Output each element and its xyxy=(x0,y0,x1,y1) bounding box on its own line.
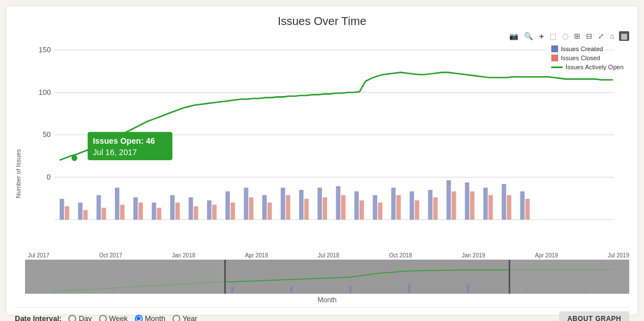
legend-item-created: Issues Created xyxy=(551,45,624,52)
radio-day[interactable]: Day xyxy=(68,314,92,321)
svg-rect-73 xyxy=(408,284,410,293)
radio-week[interactable]: Week xyxy=(99,314,128,321)
legend-item-closed: Issues Closed xyxy=(551,55,624,61)
minimap-container[interactable] xyxy=(25,260,629,294)
svg-rect-72 xyxy=(349,286,352,293)
radio-year[interactable]: Year xyxy=(172,314,197,321)
svg-rect-55 xyxy=(484,187,488,219)
legend-box-created xyxy=(551,45,558,52)
svg-rect-12 xyxy=(83,210,88,220)
svg-rect-25 xyxy=(207,201,212,220)
legend-item-open: Issues Actively Open xyxy=(551,64,624,70)
svg-rect-17 xyxy=(133,197,138,219)
svg-rect-30 xyxy=(249,197,254,219)
svg-rect-11 xyxy=(78,203,82,220)
svg-rect-21 xyxy=(170,195,175,219)
x-tick-2: Oct 2017 xyxy=(99,252,122,259)
radio-week-circle xyxy=(99,315,107,321)
svg-rect-34 xyxy=(286,195,290,219)
minimap-left-handle[interactable] xyxy=(224,260,226,294)
svg-rect-59 xyxy=(520,191,525,220)
svg-rect-44 xyxy=(378,203,382,220)
svg-rect-38 xyxy=(323,197,327,219)
camera-icon[interactable]: 📷 xyxy=(508,31,519,41)
zoom-in-icon[interactable]: ⊞ xyxy=(573,31,581,41)
main-container: Issues Over Time 📷 🔍 + ⬚ ◌ ⊞ ⊟ ⤢ ⌂ ▦ Num… xyxy=(6,6,638,315)
svg-rect-49 xyxy=(428,190,432,219)
svg-rect-47 xyxy=(410,191,414,220)
x-tick-1: Jul 2017 xyxy=(28,252,49,259)
zoom-out-icon[interactable]: ⊟ xyxy=(585,31,593,41)
x-tick-6: Oct 2018 xyxy=(389,252,412,259)
chart-title: Issues Over Time xyxy=(15,12,629,28)
chart-area: Number of Issues Issues Created Issues C… xyxy=(15,43,629,305)
svg-text:0: 0 xyxy=(47,173,51,181)
svg-rect-13 xyxy=(97,195,101,219)
svg-rect-43 xyxy=(373,195,377,219)
x-tick-8: Apr 2019 xyxy=(535,252,558,259)
about-graph-button[interactable]: ABOUT GRAPH xyxy=(559,311,629,321)
legend-label-open: Issues Actively Open xyxy=(565,64,624,70)
svg-rect-40 xyxy=(341,195,346,219)
minimap-left-overlay xyxy=(25,260,224,294)
svg-rect-50 xyxy=(433,197,437,219)
svg-rect-32 xyxy=(267,203,272,220)
svg-rect-33 xyxy=(280,187,285,219)
svg-rect-71 xyxy=(290,286,292,293)
fullscreen-icon[interactable]: ⤢ xyxy=(597,31,605,41)
svg-rect-28 xyxy=(230,203,235,220)
svg-rect-42 xyxy=(360,201,364,220)
svg-rect-9 xyxy=(60,199,64,220)
svg-rect-36 xyxy=(304,199,309,220)
radio-year-circle xyxy=(172,315,180,321)
x-tick-7: Jan 2019 xyxy=(462,252,485,259)
x-tick-5: Jul 2018 xyxy=(318,252,340,259)
svg-rect-15 xyxy=(115,187,119,219)
svg-rect-20 xyxy=(157,208,162,220)
legend-line-open xyxy=(551,66,563,68)
date-interval: Date Interval: Day Week Month Year xyxy=(15,314,197,321)
bar-chart-icon[interactable]: ▦ xyxy=(619,31,629,41)
svg-rect-19 xyxy=(152,203,156,220)
svg-rect-37 xyxy=(317,187,322,219)
svg-rect-45 xyxy=(391,187,396,219)
svg-rect-53 xyxy=(465,182,469,219)
x-axis-main-label: Month xyxy=(25,295,629,305)
lasso-icon[interactable]: ◌ xyxy=(561,31,569,41)
svg-rect-24 xyxy=(194,206,199,220)
home-icon[interactable]: ⌂ xyxy=(609,31,616,41)
plus-icon[interactable]: + xyxy=(538,31,545,41)
svg-rect-54 xyxy=(470,191,474,220)
svg-text:Issues Open: 46: Issues Open: 46 xyxy=(93,136,155,145)
svg-rect-56 xyxy=(489,195,493,219)
svg-rect-39 xyxy=(336,186,341,220)
svg-rect-51 xyxy=(447,180,451,219)
minimap-right-handle[interactable] xyxy=(509,260,510,294)
box-select-icon[interactable]: ⬚ xyxy=(548,31,558,41)
svg-rect-35 xyxy=(299,190,304,219)
radio-day-label: Day xyxy=(79,314,92,321)
legend-box-closed xyxy=(551,55,558,61)
plot-area[interactable]: 150 100 50 0 xyxy=(25,43,629,251)
radio-month-label: Month xyxy=(145,314,166,321)
date-interval-label: Date Interval: xyxy=(15,314,61,321)
svg-text:100: 100 xyxy=(39,88,51,97)
toolbar: 📷 🔍 + ⬚ ◌ ⊞ ⊟ ⤢ ⌂ ▦ xyxy=(15,31,629,41)
x-tick-9: Jul 2019 xyxy=(608,252,629,259)
zoom-icon[interactable]: 🔍 xyxy=(523,31,534,41)
radio-day-circle xyxy=(68,315,76,321)
svg-rect-22 xyxy=(175,203,180,220)
radio-year-label: Year xyxy=(183,314,197,321)
radio-month[interactable]: Month xyxy=(135,314,166,321)
svg-text:Jul 16, 2017: Jul 16, 2017 xyxy=(93,148,137,157)
svg-rect-57 xyxy=(502,184,506,220)
chart-main: Issues Created Issues Closed Issues Acti… xyxy=(25,43,629,305)
legend: Issues Created Issues Closed Issues Acti… xyxy=(551,45,624,70)
svg-text:150: 150 xyxy=(39,45,51,54)
svg-rect-48 xyxy=(415,201,419,220)
svg-rect-41 xyxy=(354,191,359,220)
legend-label-closed: Issues Closed xyxy=(561,55,600,61)
svg-rect-46 xyxy=(397,195,401,219)
svg-text:50: 50 xyxy=(43,130,51,139)
radio-week-label: Week xyxy=(109,314,128,321)
